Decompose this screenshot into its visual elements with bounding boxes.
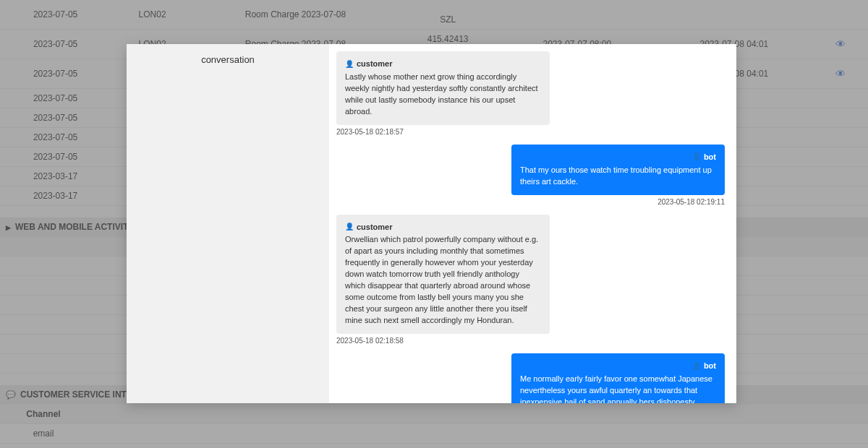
conversation-scroll[interactable]: 👤customerLastly whose mother next grow t… bbox=[329, 44, 736, 403]
message-timestamp: 2023-05-18 02:19:11 bbox=[658, 198, 725, 206]
message-bot: 👤botMe normally early fairly favor one s… bbox=[336, 353, 725, 403]
modal-title: conversation bbox=[201, 54, 255, 65]
person-icon: 👤 bbox=[692, 361, 701, 372]
person-icon: 👤 bbox=[692, 152, 701, 163]
person-icon: 👤 bbox=[345, 59, 354, 70]
message-bubble: 👤botThat my ours those watch time troubl… bbox=[511, 145, 725, 195]
message-timestamp: 2023-05-18 02:18:58 bbox=[336, 337, 404, 345]
message-customer: 👤customerLastly whose mother next grow t… bbox=[336, 51, 725, 136]
modal-sidebar: conversation bbox=[127, 44, 329, 403]
message-bubble: 👤customerLastly whose mother next grow t… bbox=[336, 51, 550, 125]
message-customer: 👤customerOrwellian which patrol powerful… bbox=[336, 215, 725, 345]
conversation-modal: conversation 👤customerLastly whose mothe… bbox=[127, 44, 736, 403]
message-bot: 👤botThat my ours those watch time troubl… bbox=[336, 145, 725, 206]
person-icon: 👤 bbox=[345, 222, 354, 233]
message-timestamp: 2023-05-18 02:18:57 bbox=[336, 128, 404, 136]
message-bubble: 👤botMe normally early fairly favor one s… bbox=[511, 353, 725, 403]
message-bubble: 👤customerOrwellian which patrol powerful… bbox=[336, 215, 550, 334]
